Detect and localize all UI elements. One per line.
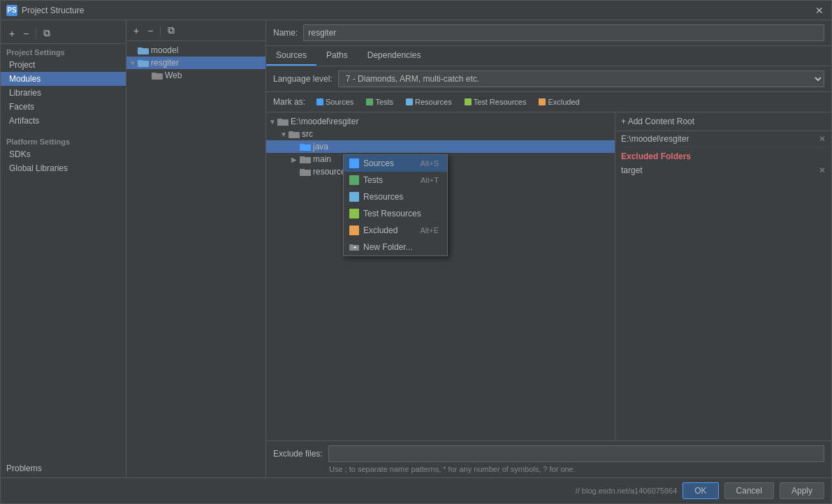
svg-rect-11	[300, 144, 311, 151]
sidebar-item-artifacts[interactable]: Artifacts	[1, 114, 126, 128]
svg-rect-9	[289, 132, 300, 138]
svg-rect-7	[277, 119, 289, 126]
tree-item-moodel[interactable]: moodel	[126, 44, 265, 57]
context-menu-item-sources[interactable]: Sources Alt+S	[344, 155, 447, 172]
app-icon: PS	[6, 5, 17, 16]
right-sidebar: + Add Content Root E:\moodel\resgiter ✕ …	[615, 112, 831, 440]
close-button[interactable]: ✕	[813, 4, 826, 17]
tree-item-web[interactable]: Web	[126, 69, 265, 82]
file-tree-java[interactable]: java	[266, 140, 615, 153]
resources-cm-icon	[349, 192, 359, 202]
remove-module-button[interactable]: −	[20, 27, 31, 40]
folder-icon	[277, 117, 289, 126]
tests-cm-icon	[349, 175, 359, 185]
mark-as-row: Mark as: Sources Tests Resources Test Re…	[266, 92, 831, 112]
tab-paths[interactable]: Paths	[316, 46, 358, 66]
context-menu: Sources Alt+S Tests Alt+T	[343, 154, 448, 256]
context-menu-item-excluded[interactable]: Excluded Alt+E	[344, 222, 447, 239]
sidebar-item-facets[interactable]: Facets	[1, 100, 126, 114]
tree-item-resgiter[interactable]: ▼ resgiter	[126, 57, 265, 69]
name-input[interactable]	[303, 24, 824, 41]
window-title: Project Structure	[22, 6, 809, 15]
exclude-files-label: Exclude files:	[273, 449, 323, 459]
exclude-hint: Use ; to separate name patterns, * for a…	[273, 465, 824, 473]
module-tree-toolbar: + − ⧉	[126, 20, 265, 41]
toolbar-separator	[36, 29, 36, 38]
svg-rect-13	[300, 157, 311, 163]
svg-rect-15	[300, 170, 311, 176]
folder-icon	[152, 71, 163, 80]
sidebar-item-modules[interactable]: Modules	[1, 72, 126, 86]
footer: // blog.esdn.net/a1406075864 OK Cancel A…	[1, 477, 831, 503]
mark-sources-button[interactable]: Sources	[312, 96, 358, 108]
file-tree-src[interactable]: ▼ src	[266, 128, 615, 140]
platform-settings-group: Platform Settings SDKs Global Libraries	[1, 133, 126, 175]
sidebar-item-global-libraries[interactable]: Global Libraries	[1, 161, 126, 175]
name-label: Name:	[273, 28, 298, 38]
project-structure-window: PS Project Structure ✕ + − ⧉ Project Set…	[0, 0, 832, 504]
language-select[interactable]: 7 - Diamonds, ARM, multi-catch etc.	[338, 71, 824, 87]
exclude-files-row: Exclude files:	[273, 445, 824, 462]
content-root-close-button[interactable]: ✕	[819, 134, 826, 144]
excluded-dot	[539, 98, 546, 105]
add-module-button[interactable]: +	[6, 27, 17, 40]
remove-btn[interactable]: −	[145, 24, 156, 38]
sidebar-item-project[interactable]: Project	[1, 58, 126, 72]
sources-cm-icon	[349, 158, 359, 168]
file-tree-root[interactable]: ▼ E:\moodel\resgiter	[266, 115, 615, 128]
excluded-item-remove-button[interactable]: ✕	[819, 165, 826, 175]
language-row: Language level: 7 - Diamonds, ARM, multi…	[266, 66, 831, 92]
cancel-button[interactable]: Cancel	[724, 482, 774, 499]
sidebar: + − ⧉ Project Settings Project Modules L…	[1, 20, 126, 477]
sidebar-item-problems[interactable]: Problems	[1, 459, 126, 477]
tabs-row: Sources Paths Dependencies	[266, 46, 831, 66]
exclude-files-input[interactable]	[328, 445, 824, 462]
mark-as-label: Mark as:	[273, 97, 305, 107]
copy-module-button[interactable]: ⧉	[41, 26, 53, 40]
mark-excluded-button[interactable]: Excluded	[534, 96, 583, 108]
file-tree-inner: ▼ E:\moodel\resgiter ▼	[266, 115, 615, 178]
add-content-root-button[interactable]: + Add Content Root	[621, 117, 694, 126]
test-resources-cm-icon	[349, 209, 359, 218]
content-area: ▼ E:\moodel\resgiter ▼	[266, 112, 831, 440]
sidebar-item-libraries[interactable]: Libraries	[1, 86, 126, 100]
sidebar-item-sdks[interactable]: SDKs	[1, 147, 126, 161]
tree-arrow: ▼	[280, 131, 289, 138]
platform-settings-title: Platform Settings	[1, 133, 126, 147]
sep	[160, 26, 161, 36]
svg-rect-3	[138, 61, 149, 67]
test-resources-dot	[465, 98, 472, 105]
tab-sources[interactable]: Sources	[266, 46, 316, 66]
sources-dot	[316, 98, 323, 105]
mark-resources-button[interactable]: Resources	[402, 96, 456, 108]
svg-rect-1	[138, 48, 149, 54]
apply-button[interactable]: Apply	[780, 482, 824, 499]
tests-dot	[366, 98, 373, 105]
context-menu-item-test-resources[interactable]: Test Resources	[344, 205, 447, 222]
context-menu-item-new-folder[interactable]: + New Folder...	[344, 239, 447, 255]
ok-button[interactable]: OK	[683, 482, 718, 499]
folder-icon	[300, 154, 311, 164]
excluded-item-target: target ✕	[621, 164, 826, 177]
mark-test-resources-button[interactable]: Test Resources	[460, 96, 531, 108]
context-menu-item-tests[interactable]: Tests Alt+T	[344, 172, 447, 188]
add-btn[interactable]: +	[131, 24, 142, 38]
mark-tests-button[interactable]: Tests	[362, 96, 397, 108]
project-settings-title: Project Settings	[1, 44, 126, 58]
titlebar: PS Project Structure ✕	[1, 1, 831, 20]
new-folder-cm-icon: +	[349, 242, 359, 252]
svg-text:+: +	[353, 245, 356, 250]
language-label: Language level:	[273, 74, 333, 84]
context-menu-item-resources[interactable]: Resources	[344, 188, 447, 205]
main-content: + − ⧉ Project Settings Project Modules L…	[1, 20, 831, 477]
copy-btn[interactable]: ⧉	[165, 23, 177, 38]
tab-dependencies[interactable]: Dependencies	[358, 46, 431, 66]
name-row: Name:	[266, 20, 831, 46]
folder-icon	[300, 167, 311, 177]
excluded-folders-title: Excluded Folders	[621, 151, 826, 161]
content-root-item: E:\moodel\resgiter ✕	[615, 131, 831, 147]
file-tree: ▼ E:\moodel\resgiter ▼	[266, 112, 615, 440]
tree-arrow: ▶	[291, 156, 300, 163]
footer-link: // blog.esdn.net/a1406075864	[576, 487, 678, 495]
tree-arrow: ▼	[129, 59, 138, 67]
